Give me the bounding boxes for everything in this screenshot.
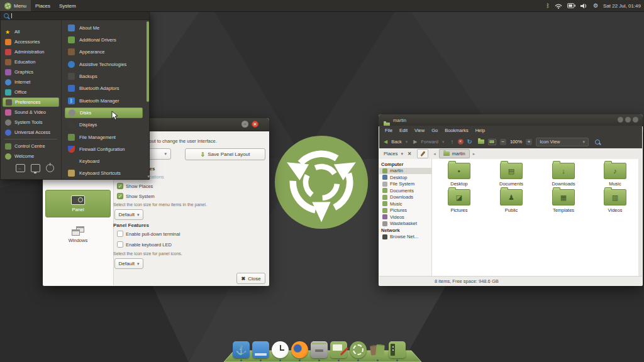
folder-templates[interactable]: ▦Templates: [541, 189, 586, 213]
close-button[interactable]: ✕: [252, 121, 258, 128]
minimize-button[interactable]: −: [242, 121, 248, 128]
lock-screen-icon[interactable]: [31, 164, 40, 172]
category-graphics[interactable]: Graphics: [3, 67, 59, 77]
menu-button[interactable]: Menu: [0, 0, 31, 11]
category-sound-video[interactable]: Sound & Video: [3, 107, 59, 117]
folder-documents[interactable]: ▤Documents: [489, 163, 533, 187]
maximize-button[interactable]: [625, 117, 631, 123]
sidebar-item-browse-network[interactable]: Browse Net...: [379, 234, 431, 241]
mate-tweak-icon[interactable]: [330, 341, 347, 358]
minimize-button[interactable]: [618, 117, 623, 123]
logout-icon[interactable]: →: [16, 164, 25, 172]
crumb-left-icon[interactable]: ◂: [433, 151, 436, 156]
system-button[interactable]: System: [55, 0, 80, 11]
close-button[interactable]: ✖ Close: [236, 273, 265, 284]
category-administration[interactable]: Administration: [3, 47, 59, 57]
checkbox-pulldown-terminal[interactable]: Enable pull-down terminal: [117, 231, 180, 237]
checkbox-show-places[interactable]: ✓Show Places: [117, 183, 153, 189]
wifi-icon[interactable]: [555, 3, 562, 9]
computer-icon[interactable]: [488, 139, 496, 145]
crumb-right-icon[interactable]: ▸: [473, 151, 475, 156]
places-caret-icon[interactable]: ▾: [401, 151, 404, 156]
menu-bookmarks[interactable]: Bookmarks: [445, 128, 469, 133]
sidebar-item-downloads[interactable]: Downloads: [379, 194, 431, 201]
refresh-icon[interactable]: ↻: [467, 138, 472, 145]
caja-file-area[interactable]: ▪Desktop ▤Documents ↓Downloads ♪Music ◪P…: [432, 159, 638, 277]
folder-public[interactable]: ♟Public: [489, 189, 533, 213]
category-education[interactable]: Education: [3, 57, 59, 67]
category-internet[interactable]: Internet: [3, 77, 59, 87]
scrollbar[interactable]: [638, 159, 642, 277]
scroll-down-icon[interactable]: ▾: [147, 174, 150, 179]
menu-item-keyboard[interactable]: Keyboard: [65, 156, 143, 167]
category-system-tools[interactable]: System Tools: [3, 118, 59, 127]
volume-icon[interactable]: [580, 3, 588, 9]
menu-item-appearance[interactable]: Appearance: [65, 47, 143, 57]
menu-item-additional-drivers[interactable]: Additional Drivers: [65, 35, 143, 45]
firefox-icon[interactable]: [291, 341, 308, 358]
up-icon[interactable]: ↑: [451, 138, 454, 145]
menu-item-keyboard-shortcuts[interactable]: Keyboard Shortcuts: [65, 168, 143, 178]
category-preferences[interactable]: Preferences: [3, 97, 59, 107]
category-all[interactable]: All: [3, 27, 59, 36]
zoom-out-icon[interactable]: −: [500, 139, 506, 145]
close-button[interactable]: [633, 117, 638, 123]
menu-file[interactable]: File: [385, 128, 392, 133]
menu-item-assistive-technologies[interactable]: Assistive Technologies: [65, 59, 143, 70]
scrollbar-thumb[interactable]: [147, 21, 149, 102]
category-accessories[interactable]: Accessories: [3, 37, 59, 47]
tweak-nav-windows[interactable]: Windows: [45, 220, 111, 249]
menu-item-firewall-configuration[interactable]: Firewall Configuration: [65, 144, 143, 155]
tweak-nav-panel[interactable]: Panel: [45, 190, 111, 217]
gear-icon[interactable]: ⚙: [593, 3, 598, 9]
clock-icon[interactable]: [272, 341, 289, 358]
menu-help[interactable]: Help: [475, 128, 485, 133]
places-select[interactable]: Places: [384, 151, 398, 156]
panel-clock[interactable]: Sat 22 Jul, 01:49: [603, 3, 641, 9]
menu-edit[interactable]: Edit: [399, 128, 408, 133]
stop-icon[interactable]: ✕: [458, 139, 464, 145]
back-icon[interactable]: ◀: [384, 139, 387, 145]
files-icon[interactable]: [252, 341, 269, 358]
menu-item-displays[interactable]: Displays: [65, 119, 143, 130]
caja-titlebar[interactable]: martin: [379, 114, 643, 126]
folder-videos[interactable]: ▥Videos: [593, 189, 637, 213]
sidebar-item-wastebasket[interactable]: Wastebasket: [379, 221, 431, 228]
sidebar-item-documents[interactable]: Documents: [379, 187, 431, 194]
category-welcome[interactable]: Welcome: [3, 151, 59, 161]
sidebar-item-music[interactable]: Music: [379, 200, 431, 207]
back-button[interactable]: Back: [391, 139, 402, 145]
menu-go[interactable]: Go: [431, 128, 438, 133]
checkbox-show-system[interactable]: ✓Show System: [117, 193, 155, 199]
zoom-in-icon[interactable]: +: [526, 139, 532, 145]
view-mode-select[interactable]: Icon View▾: [536, 138, 589, 146]
battery-icon[interactable]: [567, 3, 575, 8]
menu-item-bluetooth-adaptors[interactable]: Bluetooth Adaptors: [65, 83, 143, 94]
menu-view[interactable]: View: [414, 128, 425, 133]
save-panel-layout-button[interactable]: ⇩ Save Panel Layout: [185, 148, 265, 160]
sidebar-item-videos[interactable]: Videos: [379, 214, 431, 221]
menu-item-about-me[interactable]: About Me: [65, 23, 143, 33]
checkbox-keyboard-led[interactable]: Enable keyboard LED: [117, 241, 172, 248]
file-cabinet-icon[interactable]: [311, 341, 328, 358]
menu-search-input[interactable]: [1, 12, 149, 20]
sidebar-item-desktop[interactable]: Desktop: [379, 174, 431, 181]
power-icon[interactable]: [46, 164, 54, 172]
menu-item-backups[interactable]: Backups: [65, 71, 143, 82]
edit-location-button[interactable]: [417, 149, 428, 158]
category-universal-access[interactable]: Universal Access: [3, 128, 59, 137]
folder-downloads[interactable]: ↓Downloads: [541, 163, 586, 187]
places-button[interactable]: Places: [31, 0, 55, 11]
menu-item-file-management[interactable]: File Management: [65, 132, 143, 143]
category-office[interactable]: Office: [3, 87, 59, 97]
folder-music[interactable]: ♪Music: [593, 163, 637, 187]
category-control-centre[interactable]: Control Centre: [3, 141, 59, 151]
software-boutique-icon[interactable]: [369, 341, 386, 358]
folder-pictures[interactable]: ◪Pictures: [437, 189, 481, 213]
open-folder-icon[interactable]: [478, 140, 484, 144]
search-icon[interactable]: [595, 140, 600, 145]
sidebar-item-home[interactable]: martin: [379, 168, 431, 175]
forward-dropdown-icon[interactable]: ▾: [442, 140, 445, 145]
boutique-panel-icon[interactable]: [389, 341, 406, 358]
sidebar-item-filesystem[interactable]: File System: [379, 181, 431, 188]
